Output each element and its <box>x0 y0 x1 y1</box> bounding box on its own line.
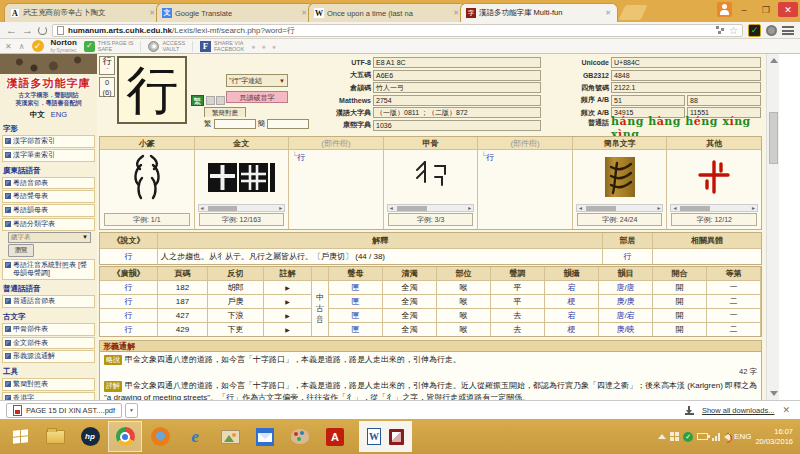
image-scrollbar[interactable]: ◄► <box>387 204 475 212</box>
browser-tab-4[interactable]: 字漢語多功能字庫 Multi-fun✕ <box>460 3 618 22</box>
tab-close-icon[interactable]: ✕ <box>604 9 612 17</box>
scroll-down-icon[interactable] <box>770 391 778 396</box>
sidebar-item-3-1[interactable]: 金文部件表 <box>2 337 95 350</box>
script-glyph-image[interactable] <box>384 150 478 204</box>
norton-toolbar-icon[interactable]: ✓ <box>748 24 761 37</box>
guangyun-initial[interactable]: 匣 <box>329 308 383 322</box>
hp-taskbar-button[interactable]: hp <box>73 421 107 452</box>
tab-close-icon[interactable]: ✕ <box>300 9 308 17</box>
paint-taskbar-button[interactable] <box>283 421 317 452</box>
address-bar[interactable]: humanum.arts.cuhk.edu.hk/Lexis/lexi-mf/s… <box>52 24 743 37</box>
image-scrollbar-thumb[interactable] <box>680 206 710 211</box>
char-thumbnail[interactable]: 行 ᵕᵕ <box>99 56 115 75</box>
sidebar-item-1-2[interactable]: 粵語韻母表 <box>2 204 95 217</box>
download-bar-close-icon[interactable]: ✕ <box>782 405 790 415</box>
sidebar-item-3-2[interactable]: 形義源流通解 <box>2 350 95 363</box>
identity-safe-icon[interactable] <box>766 25 777 36</box>
guangyun-char[interactable]: 行 <box>100 322 158 336</box>
scroll-left-icon[interactable]: ◄ <box>199 205 206 211</box>
example-count[interactable]: 字例: 3/3 <box>388 213 474 226</box>
image-scrollbar[interactable]: ◄► <box>198 204 286 212</box>
guangyun-she[interactable]: 宕 <box>545 308 599 322</box>
tab-close-icon[interactable]: ✕ <box>148 9 156 17</box>
scrollbar-thumb[interactable] <box>769 112 778 164</box>
download-item-menu[interactable]: ▼ <box>125 403 138 418</box>
bookmark-star-icon[interactable]: ☆ <box>729 25 738 36</box>
script-glyph-image[interactable] <box>195 150 289 204</box>
browser-tab-1[interactable]: A武王克商前帝辛占卜陶文✕ <box>4 3 162 22</box>
clock[interactable]: 16:0720/03/2016 <box>755 427 793 446</box>
extensions-icon[interactable] <box>716 26 724 34</box>
scroll-right-icon[interactable]: ► <box>750 205 757 211</box>
note-expand-icon[interactable]: ▶ <box>285 284 290 291</box>
scroll-left-icon[interactable]: ◄ <box>388 205 395 211</box>
guangyun-char-link[interactable]: 行 <box>125 296 133 307</box>
guangyun-rhyme[interactable]: 庚/映 <box>599 322 653 336</box>
image-scrollbar[interactable]: ◄► <box>670 204 758 212</box>
browser-tab-3[interactable]: WOnce upon a time (last na✕ <box>308 3 466 22</box>
guangyun-note[interactable]: ▶ <box>264 280 312 294</box>
note-expand-icon[interactable]: ▶ <box>285 326 290 333</box>
language-indicator[interactable]: ENG <box>734 432 751 441</box>
tab-close-icon[interactable]: ✕ <box>452 9 460 17</box>
guangyun-rhyme[interactable]: 唐/唐 <box>599 280 653 294</box>
trad-field[interactable] <box>214 119 256 129</box>
battery-icon[interactable] <box>697 433 708 440</box>
scroll-right-icon[interactable]: ► <box>656 205 663 211</box>
sidebar-item-1-1[interactable]: 粵語聲母表 <box>2 190 95 203</box>
sidebar-item-1-3[interactable]: 粵語分類字表 <box>2 218 95 231</box>
scroll-left-icon[interactable]: ◄ <box>671 205 678 211</box>
guangyun-initial-link[interactable]: 匣 <box>352 296 360 307</box>
scroll-up-icon[interactable] <box>770 58 778 63</box>
note-expand-icon[interactable]: ▶ <box>285 298 290 305</box>
sidebar-item-0-1[interactable]: 漢字筆畫索引 <box>2 149 95 162</box>
page-scrollbar[interactable] <box>766 54 779 400</box>
sidebar-item-1-0[interactable]: 粵語音節表 <box>2 177 95 190</box>
share-facebook-button[interactable]: f SHARE VIAFACEBOOK <box>200 40 244 53</box>
browse-button[interactable]: 瀏覽 <box>8 244 34 257</box>
guangyun-char-link[interactable]: 行 <box>125 324 133 335</box>
component-tree-char-link[interactable]: 行 <box>297 152 305 163</box>
chrome-menu-icon[interactable] <box>782 26 794 35</box>
photos-taskbar-button[interactable] <box>213 421 247 452</box>
guangyun-note[interactable]: ▶ <box>264 322 312 336</box>
scroll-right-icon[interactable]: ► <box>466 205 473 211</box>
traditional-button[interactable]: 繁 <box>191 95 204 106</box>
image-scrollbar-thumb[interactable] <box>208 206 238 211</box>
sidebar-item-2-0[interactable]: 普通話音節表 <box>2 295 95 308</box>
ie-taskbar-button[interactable]: e <box>178 421 212 452</box>
guangyun-note[interactable]: ▶ <box>264 294 312 308</box>
guangyun-rhyme-link[interactable]: 唐/唐 <box>616 282 634 293</box>
guangyun-char[interactable]: 行 <box>100 280 158 294</box>
sidebar-item-3-0[interactable]: 甲骨部件表 <box>2 323 95 336</box>
guangyun-rhyme-link[interactable]: 庚/庚 <box>616 296 634 307</box>
guangyun-initial-link[interactable]: 匣 <box>352 310 360 321</box>
guangyun-rhyme-link[interactable]: 唐/宕 <box>616 310 634 321</box>
close-button[interactable]: ✕ <box>778 2 798 17</box>
firefox-taskbar-button[interactable] <box>143 421 177 452</box>
reload-button[interactable] <box>38 26 47 35</box>
variant-readings-button[interactable]: 異讀破音字 <box>226 91 288 103</box>
tray-windows-icon[interactable] <box>670 432 679 441</box>
download-item[interactable]: PAGE 15 DI XIN AST....pdf <box>6 403 122 418</box>
lang-en-link[interactable]: ENG <box>51 110 67 120</box>
sidebar-item-4-0[interactable]: 繁簡對照表 <box>2 378 95 391</box>
show-all-downloads-link[interactable]: Show all downloads... <box>702 406 775 415</box>
trad-simp-tab[interactable]: 繁簡對應 <box>204 107 246 117</box>
acrobat-taskbar-button[interactable]: A <box>318 421 352 452</box>
chrome-taskbar-button[interactable] <box>108 421 142 452</box>
tray-expand-icon[interactable] <box>658 434 666 439</box>
guangyun-initial[interactable]: 匣 <box>329 280 383 294</box>
example-count[interactable]: 字例: 1/1 <box>104 213 190 226</box>
scroll-right-icon[interactable]: ► <box>277 205 284 211</box>
network-signal-icon[interactable] <box>712 433 720 441</box>
forward-button[interactable]: → <box>22 25 33 36</box>
guangyun-initial-link[interactable]: 匣 <box>352 282 360 293</box>
norton-collapse-icon[interactable]: ∧ <box>19 42 25 51</box>
guangyun-she[interactable]: 梗 <box>545 322 599 336</box>
component-tree-char-link[interactable]: 行 <box>486 152 494 163</box>
script-glyph-image[interactable] <box>573 150 667 204</box>
guangyun-char-link[interactable]: 行 <box>125 282 133 293</box>
sidebar-item-1-6[interactable]: 粵語注音系統對照表 [聲母韻母聲調] <box>2 259 95 281</box>
mail-taskbar-button[interactable] <box>248 421 282 452</box>
